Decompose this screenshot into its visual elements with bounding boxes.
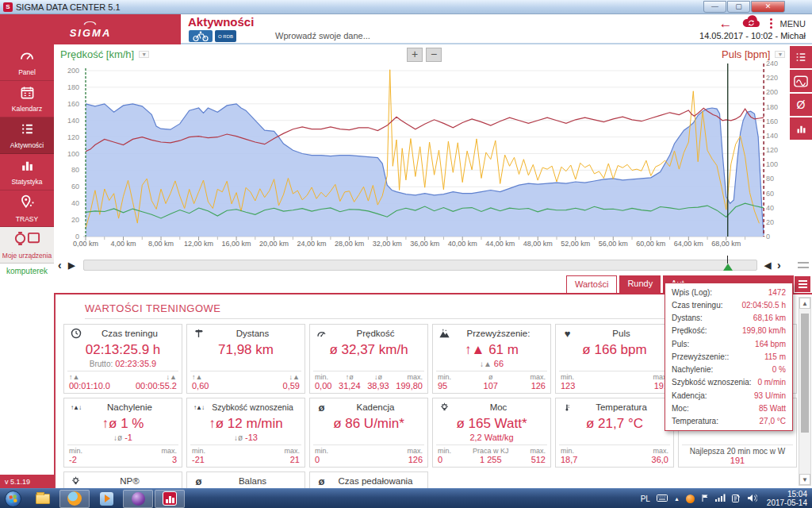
card-header: Czas treningu <box>64 325 182 340</box>
zoom-in-button[interactable]: + <box>407 48 423 62</box>
sidebar-device-name[interactable]: komputerek <box>0 264 54 278</box>
value-card: Prędkośćø 32,37 km/hmin.0,00↑ø31,24↓ø38,… <box>309 324 428 394</box>
card-sub-number: -13 <box>245 433 258 442</box>
taskbar-mediaplayer-icon[interactable] <box>91 490 121 508</box>
chevron-down-icon[interactable]: ▼ <box>139 51 149 58</box>
taskbar-firefox-icon[interactable] <box>59 490 90 508</box>
scroll-down-icon[interactable]: ▼ <box>799 474 810 485</box>
tray-language[interactable]: PL <box>641 495 650 503</box>
footer-value: 00:00:55.2 <box>136 381 177 391</box>
pan-left-icon[interactable]: ‹ <box>58 258 62 272</box>
window-titlebar[interactable]: S SIGMA DATA CENTER 5.1 — ▢ ✕ <box>0 0 812 14</box>
minimize-button[interactable]: — <box>703 1 726 13</box>
zoom-out-button[interactable]: − <box>426 48 442 62</box>
sidebar-item-urzadzenia[interactable]: Moje urządzenia <box>0 227 54 264</box>
footer-label: ↓▲ <box>283 373 300 381</box>
back-arrow-icon[interactable]: ← <box>719 17 733 30</box>
value-card: Przewyższenie:↑▲ 61 m↓▲66min.95ø107max.1… <box>432 324 551 394</box>
x-axis-tick: 32,00 km <box>371 240 403 248</box>
sidebar-item-aktywnosci[interactable]: Aktywności <box>0 117 54 154</box>
activity-chart-panel: Prędkość [km/h]▼ + − Puls [bpm]▼ 2001801… <box>54 44 812 257</box>
bars-icon <box>19 158 36 176</box>
value-card: Czas treningu02:13:25.9 hBrutto:02:23:35… <box>63 324 182 394</box>
right-axis-tick: 100 <box>766 160 790 168</box>
footer-value: 0,00 <box>315 381 331 391</box>
pan-right-icon[interactable]: › <box>777 258 781 272</box>
scroll-up-icon[interactable]: ▲ <box>799 298 810 309</box>
tray-flag-icon[interactable] <box>701 494 709 504</box>
heart-icon: ♥ <box>561 329 574 339</box>
sidebar-item-label: Aktywności <box>10 141 44 149</box>
tray-clock[interactable]: 15:042017-05-14 <box>764 490 807 507</box>
taskbar-app-icon[interactable] <box>123 490 153 508</box>
sidebar-item-panel[interactable]: Panel <box>0 44 54 81</box>
card-sub-value: ↓ø-1 <box>64 433 182 442</box>
close-button[interactable]: ✕ <box>751 1 785 13</box>
scroll-resize-handle[interactable] <box>798 262 809 268</box>
bulb-icon <box>438 402 451 413</box>
card-header: Przewyższenie: <box>433 325 550 340</box>
card-header: ↑▲↓Szybkość wznoszenia <box>187 398 304 414</box>
taskbar-sigma-icon[interactable] <box>155 490 185 508</box>
chart-bar-view-icon[interactable] <box>790 117 812 140</box>
footer-value: 36,0 <box>652 455 668 464</box>
content-scrollbar[interactable]: ▲ ▼ <box>799 297 811 486</box>
footer-value: 18,7 <box>561 455 577 464</box>
activity-chart-plot[interactable] <box>83 64 765 241</box>
start-button[interactable] <box>5 491 21 507</box>
left-axis-selector[interactable]: Prędkość [km/h]▼ <box>60 48 149 60</box>
card-main-value: ø 86 U/min* <box>310 416 427 432</box>
activity-subtitle: Wprowadź swoje dane... <box>275 31 370 40</box>
x-axis-tick: 20,00 km <box>259 240 290 248</box>
bulb-icon <box>69 475 82 487</box>
card-footer-cell: max.36,0 <box>652 447 668 464</box>
cloud-sync-icon[interactable] <box>741 15 762 32</box>
tooltip-row: Nachylenie:0 % <box>672 365 786 374</box>
chart-scroll-track[interactable] <box>83 260 757 271</box>
tray-antivirus-icon[interactable] <box>686 495 695 503</box>
sidebar-item-statystyka[interactable]: Statystyka <box>0 154 54 190</box>
chart-scrollbar: ‹ ▶ ◀ › <box>54 257 812 275</box>
list-icon <box>19 121 36 140</box>
menu-dots-icon[interactable] <box>770 18 772 29</box>
card-footer-cell: ↓▲00:00:55.2 <box>136 373 177 391</box>
taskbar-explorer-icon[interactable] <box>28 490 58 508</box>
scroll-thumb[interactable] <box>801 314 809 433</box>
tab-wartości[interactable]: Wartości <box>566 275 617 293</box>
card-header: Dystans <box>187 325 304 340</box>
chart-line-view-icon[interactable] <box>790 70 812 92</box>
chart-list-view-icon[interactable] <box>790 46 812 68</box>
cursor-position-marker[interactable] <box>723 257 733 273</box>
card-header: øBalans <box>187 472 304 487</box>
tray-network-icon[interactable] <box>715 494 726 503</box>
tray-volume-icon[interactable] <box>747 494 757 504</box>
tooltip-value: 0 % <box>772 365 786 374</box>
card-footer-cell: min.0 <box>438 447 451 464</box>
value-card: Mocø 165 Watt*2,2 Watt/kgmin.0Praca w KJ… <box>432 398 551 468</box>
pan-right-solid-icon[interactable]: ▶ <box>68 258 75 272</box>
sidebar-item-kalendarz[interactable]: Kalendarz <box>0 81 54 117</box>
card-title: Balans <box>205 476 300 486</box>
tabs-menu-icon[interactable] <box>795 276 810 292</box>
tray-expand-icon[interactable]: ▲ <box>674 496 680 502</box>
value-card: Dystans71,98 km↑▲0,60↓▲0,59 <box>186 324 305 394</box>
menu-button[interactable]: MENU <box>780 19 806 29</box>
tooltip-row: Temperatura:27,0 °C <box>672 417 786 425</box>
sidebar: PanelKalendarzAktywnościStatystykaTRASYM… <box>0 44 54 488</box>
footer-value: 38,93 <box>367 381 389 391</box>
maximize-button[interactable]: ▢ <box>727 1 750 13</box>
chart-average-view-icon[interactable]: Ø <box>790 94 812 116</box>
pan-left-solid-icon[interactable]: ◀ <box>764 258 771 272</box>
tooltip-label: Szybkość wznoszenia: <box>672 378 752 387</box>
tray-keyboard-icon[interactable] <box>657 495 668 503</box>
chevron-down-icon[interactable]: ▼ <box>775 51 785 58</box>
footer-value: 123 <box>561 381 575 391</box>
tooltip-label: Prędkość: <box>672 326 707 335</box>
left-axis-tick: 20 <box>56 216 79 224</box>
card-title: Prędkość <box>328 329 423 338</box>
tab-rundy[interactable]: Rundy <box>619 275 661 293</box>
right-axis-selector[interactable]: Puls [bpm]▼ <box>722 48 785 60</box>
card-footer: min.0Praca w KJ1 255max.512 <box>436 444 547 467</box>
tray-actioncenter-icon[interactable] <box>732 494 741 504</box>
sidebar-item-trasy[interactable]: TRASY <box>0 190 54 227</box>
